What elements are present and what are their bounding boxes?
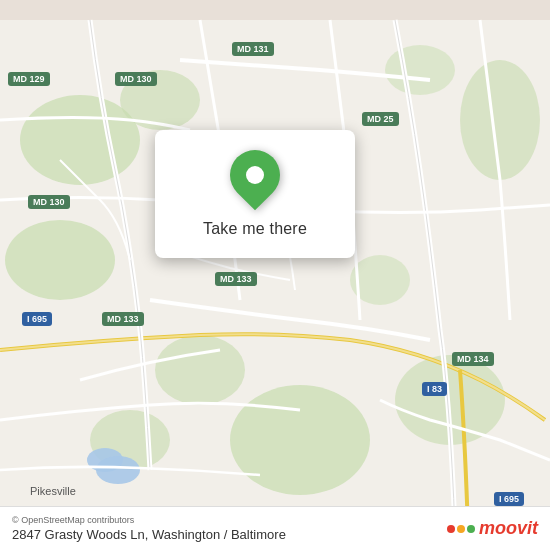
address-text: 2847 Grasty Woods Ln, Washington / Balti…	[12, 527, 286, 542]
map-container: Pikesville MD 129 MD 130 MD 130 MD 131 M…	[0, 0, 550, 550]
copyright-text: © OpenStreetMap contributors	[12, 515, 286, 525]
moovit-logo: moovit	[447, 518, 538, 539]
moovit-dot-green	[467, 525, 475, 533]
highway-label-md133b: MD 133	[102, 312, 144, 326]
svg-point-12	[96, 456, 140, 484]
highway-label-md130a: MD 130	[115, 72, 157, 86]
moovit-text: moovit	[479, 518, 538, 539]
svg-text:Pikesville: Pikesville	[30, 485, 76, 497]
highway-label-i695a: I 695	[22, 312, 52, 326]
moovit-dot-orange	[457, 525, 465, 533]
svg-point-4	[230, 385, 370, 495]
highway-label-md134: MD 134	[452, 352, 494, 366]
svg-point-7	[385, 45, 455, 95]
svg-point-3	[5, 220, 115, 300]
moovit-dots	[447, 525, 475, 533]
moovit-dot-red	[447, 525, 455, 533]
highway-label-md133a: MD 133	[215, 272, 257, 286]
highway-label-i695b: I 695	[494, 492, 524, 506]
location-pin-icon	[220, 140, 291, 211]
highway-label-md129: MD 129	[8, 72, 50, 86]
bottom-left: © OpenStreetMap contributors 2847 Grasty…	[12, 515, 286, 542]
highway-label-i83: I 83	[422, 382, 447, 396]
highway-label-md25: MD 25	[362, 112, 399, 126]
take-me-there-button[interactable]: Take me there	[193, 215, 317, 243]
highway-label-md131: MD 131	[232, 42, 274, 56]
svg-point-8	[155, 335, 245, 405]
highway-label-md130b: MD 130	[28, 195, 70, 209]
bottom-bar: © OpenStreetMap contributors 2847 Grasty…	[0, 506, 550, 550]
svg-point-6	[460, 60, 540, 180]
take-me-there-card: Take me there	[155, 130, 355, 258]
